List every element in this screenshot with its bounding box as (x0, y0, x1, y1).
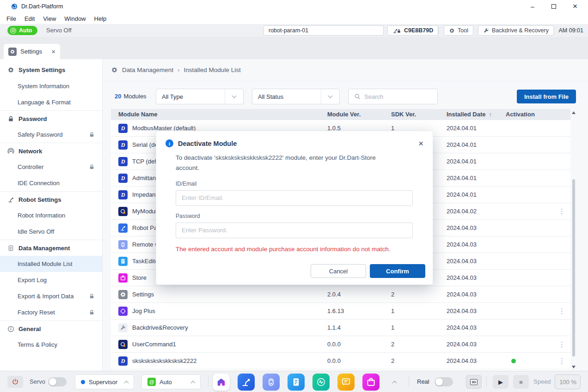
sidebar-item-label: System Settings (18, 66, 65, 73)
row-menu-button[interactable]: ⋮ (556, 353, 568, 369)
type-filter-select[interactable]: All Type (156, 89, 244, 104)
module-version: 0.0.0 (327, 353, 341, 369)
password-field[interactable] (176, 223, 413, 238)
power-button[interactable] (7, 376, 23, 388)
speed-value: 100 % (559, 379, 576, 386)
search-box[interactable] (348, 89, 438, 104)
table-scrollbar[interactable] (570, 109, 577, 371)
sidebar-item-factory-reset[interactable]: Factory Reset (0, 304, 102, 320)
table-row-usercommand1[interactable]: UserCommand10.0.022024.04.03⋮ (111, 336, 570, 353)
menu-view[interactable]: View (39, 15, 60, 22)
doosan-swirl-icon: @ (10, 28, 16, 34)
dialog-close-icon[interactable]: × (418, 139, 423, 148)
sidebar-item-idle-servo-off[interactable]: Idle Servo Off (0, 223, 102, 240)
installed-date: 2024.04.01 (447, 170, 477, 187)
servo-toggle[interactable] (48, 377, 67, 386)
menu-edit[interactable]: Edit (20, 15, 39, 22)
gear-icon (111, 66, 118, 73)
table-row-skskskskskskksksk2222[interactable]: Dskskskskskskksksk22220.0.022024.04.03⋮ (111, 353, 570, 369)
sidebar-item-robot-settings[interactable]: Robot Settings (0, 191, 102, 207)
table-row-settings[interactable]: Settings2.0.422024.04.03 (111, 286, 570, 303)
scroll-down-icon[interactable] (572, 366, 576, 368)
confirm-button[interactable]: Confirm (370, 264, 425, 278)
breadcrumb-separator: › (178, 66, 180, 73)
sidebar-item-terms-policy[interactable]: Terms & Policy (0, 337, 102, 353)
sidebar-item-controller[interactable]: Controller (0, 159, 102, 175)
speed-value-box[interactable]: 100 % (555, 374, 581, 389)
status-filter-select[interactable]: All Status (252, 89, 340, 104)
sidebar-item-data-management[interactable]: Data Management (0, 240, 102, 256)
maximize-button[interactable] (550, 3, 557, 10)
row-menu-button[interactable]: ⋮ (556, 203, 568, 220)
table-row-jog-plus[interactable]: Jog Plus1.6.1312024.04.03⋮ (111, 303, 570, 320)
app-remote-control-button[interactable] (263, 374, 280, 391)
sidebar-item-system-information[interactable]: System Information (0, 78, 102, 94)
module-version: 1.1.4 (327, 320, 341, 336)
close-window-button[interactable]: × (571, 3, 579, 10)
mode-select[interactable]: @ Auto (141, 374, 201, 389)
sidebar-item-installed-module-list[interactable]: Installed Module List (0, 256, 102, 272)
sidebar-item-general[interactable]: General (0, 320, 102, 337)
breadcrumb: Data Management › Installed Module List (103, 59, 588, 81)
app-message-button[interactable] (337, 374, 355, 391)
tab-close-icon[interactable]: × (51, 48, 55, 55)
sidebar-item-password[interactable]: Password (0, 110, 102, 127)
play-button[interactable]: ▶ (493, 375, 508, 389)
scrollbar-thumb[interactable] (572, 179, 575, 356)
app-home-button[interactable] (213, 374, 230, 391)
backdrive-recovery-button[interactable]: Backdrive & Recovery (478, 25, 554, 36)
robot-icon (7, 196, 14, 203)
jog-target-icon (118, 307, 128, 316)
role-select[interactable]: Supervisor (75, 374, 134, 389)
column-header-installed-date[interactable]: Installed Date↑ (447, 109, 492, 120)
module-name-cell: TaskEditor (118, 253, 160, 270)
menu-window[interactable]: Window (60, 15, 90, 22)
module-version: 1.6.13 (327, 303, 344, 320)
info-icon (7, 326, 14, 332)
sidebar-item-ide-connection[interactable]: IDE Connection (0, 175, 102, 191)
column-header-activation[interactable]: Activation (506, 109, 535, 120)
minimize-button[interactable]: – (529, 3, 536, 10)
sidebar-item-language-format[interactable]: Language & Format (0, 94, 102, 110)
column-header-sdk-ver[interactable]: SDK Ver. (391, 109, 416, 120)
search-input[interactable] (364, 93, 424, 100)
column-header-module-name[interactable]: Module Name (118, 109, 158, 120)
tab-settings[interactable]: Settings × (4, 44, 60, 59)
remote-control-icon (118, 240, 128, 249)
row-menu-button[interactable]: ⋮ (556, 336, 568, 353)
menu-help[interactable]: Help (90, 15, 111, 22)
robot-serial-button[interactable]: C9E8B79D (387, 25, 438, 36)
stop-button[interactable]: ■ (513, 375, 529, 389)
simulator-3d-button[interactable]: 3D (466, 375, 482, 389)
sort-ascending-icon[interactable]: ↑ (489, 111, 492, 118)
app-robot-params-button[interactable] (238, 374, 255, 391)
app-monitoring-button[interactable] (312, 374, 330, 391)
dart-d-icon: D (118, 356, 128, 366)
dock-collapse-icon[interactable] (392, 381, 397, 386)
menu-file[interactable]: File (2, 15, 20, 22)
table-row-backdrive-recovery[interactable]: Backdrive&Recovery1.1.412024.04.03 (111, 320, 570, 336)
scroll-up-icon[interactable] (572, 111, 576, 114)
real-toggle[interactable] (435, 377, 453, 386)
cancel-button[interactable]: Cancel (311, 264, 366, 278)
module-version: 0.0.0 (327, 336, 341, 353)
sidebar-item-robot-information[interactable]: Robot Information (0, 207, 102, 223)
id-email-field[interactable] (176, 190, 413, 206)
app-task-editor-button[interactable] (288, 374, 305, 391)
tool-button[interactable]: Tool (444, 25, 473, 36)
sidebar-item-export-log[interactable]: Export Log (0, 272, 102, 288)
sidebar-item-export-import-data[interactable]: Export & Import Data (0, 288, 102, 304)
sdk-version: 1 (391, 320, 394, 336)
installed-date: 2024.04.01 (447, 187, 477, 203)
dialog-title: Deactivate Module (178, 140, 237, 147)
sidebar-item-network[interactable]: Network (0, 143, 102, 159)
column-header-module-ver[interactable]: Module Ver. (327, 109, 361, 120)
auto-mode-badge[interactable]: @ Auto (7, 26, 37, 35)
activation-status-dot (511, 359, 516, 363)
install-from-file-button[interactable]: Install from File (517, 90, 576, 103)
sidebar-item-system-settings[interactable]: System Settings (0, 62, 102, 78)
sidebar-item-safety-password[interactable]: Safety Password (0, 127, 102, 143)
robot-param-input[interactable] (263, 25, 384, 36)
app-store-button[interactable] (362, 374, 380, 391)
row-menu-button[interactable]: ⋮ (556, 303, 568, 320)
